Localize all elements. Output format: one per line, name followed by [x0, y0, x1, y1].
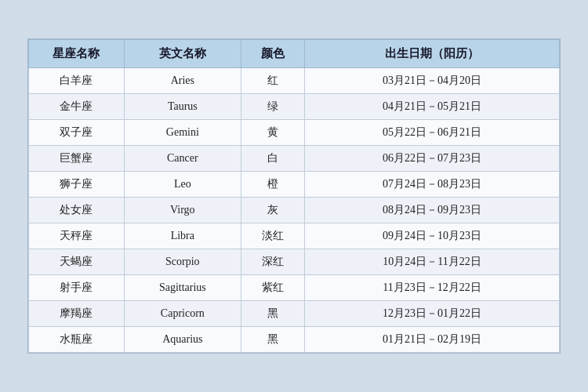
cell-english: Aries — [124, 68, 241, 94]
table-row: 射手座Sagittarius紫红11月23日－12月22日 — [29, 275, 560, 301]
header-english: 英文名称 — [124, 40, 241, 68]
cell-date: 12月23日－01月22日 — [305, 301, 560, 327]
cell-color: 灰 — [241, 198, 304, 223]
cell-chinese: 摩羯座 — [29, 301, 125, 327]
cell-color: 红 — [241, 68, 304, 94]
cell-english: Gemini — [124, 120, 241, 146]
zodiac-table: 星座名称 英文名称 颜色 出生日期（阳历） 白羊座Aries红03月21日－04… — [28, 39, 560, 353]
table-row: 金牛座Taurus绿04月21日－05月21日 — [29, 94, 560, 120]
cell-chinese: 处女座 — [29, 198, 125, 223]
table-row: 双子座Gemini黄05月22日－06月21日 — [29, 120, 560, 146]
table-row: 巨蟹座Cancer白06月22日－07月23日 — [29, 146, 560, 172]
cell-color: 淡红 — [241, 223, 304, 249]
cell-english: Virgo — [124, 198, 241, 223]
table-row: 处女座Virgo灰08月24日－09月23日 — [29, 198, 560, 223]
table-header-row: 星座名称 英文名称 颜色 出生日期（阳历） — [29, 40, 560, 68]
cell-english: Sagittarius — [124, 275, 241, 301]
cell-date: 10月24日－11月22日 — [305, 249, 560, 275]
cell-date: 03月21日－04月20日 — [305, 68, 560, 94]
cell-chinese: 天秤座 — [29, 223, 125, 249]
cell-date: 09月24日－10月23日 — [305, 223, 560, 249]
table-row: 天秤座Libra淡红09月24日－10月23日 — [29, 223, 560, 249]
cell-color: 白 — [241, 146, 304, 172]
cell-chinese: 巨蟹座 — [29, 146, 125, 172]
table-row: 摩羯座Capricorn黑12月23日－01月22日 — [29, 301, 560, 327]
cell-date: 11月23日－12月22日 — [305, 275, 560, 301]
cell-chinese: 天蝎座 — [29, 249, 125, 275]
cell-english: Scorpio — [124, 249, 241, 275]
cell-color: 橙 — [241, 172, 304, 198]
cell-chinese: 水瓶座 — [29, 327, 125, 353]
cell-date: 07月24日－08月23日 — [305, 172, 560, 198]
table-row: 狮子座Leo橙07月24日－08月23日 — [29, 172, 560, 198]
cell-date: 05月22日－06月21日 — [305, 120, 560, 146]
cell-color: 绿 — [241, 94, 304, 120]
table-body: 白羊座Aries红03月21日－04月20日金牛座Taurus绿04月21日－0… — [29, 68, 560, 353]
cell-date: 06月22日－07月23日 — [305, 146, 560, 172]
cell-color: 紫红 — [241, 275, 304, 301]
header-chinese: 星座名称 — [29, 40, 125, 68]
cell-chinese: 金牛座 — [29, 94, 125, 120]
table-row: 水瓶座Aquarius黑01月21日－02月19日 — [29, 327, 560, 353]
cell-chinese: 狮子座 — [29, 172, 125, 198]
cell-english: Taurus — [124, 94, 241, 120]
header-color: 颜色 — [241, 40, 304, 68]
cell-color: 黄 — [241, 120, 304, 146]
cell-english: Leo — [124, 172, 241, 198]
cell-english: Libra — [124, 223, 241, 249]
zodiac-table-container: 星座名称 英文名称 颜色 出生日期（阳历） 白羊座Aries红03月21日－04… — [27, 38, 561, 354]
cell-english: Capricorn — [124, 301, 241, 327]
table-row: 天蝎座Scorpio深红10月24日－11月22日 — [29, 249, 560, 275]
cell-date: 04月21日－05月21日 — [305, 94, 560, 120]
table-row: 白羊座Aries红03月21日－04月20日 — [29, 68, 560, 94]
cell-chinese: 白羊座 — [29, 68, 125, 94]
cell-english: Cancer — [124, 146, 241, 172]
header-date: 出生日期（阳历） — [305, 40, 560, 68]
cell-color: 黑 — [241, 327, 304, 353]
cell-color: 深红 — [241, 249, 304, 275]
cell-chinese: 射手座 — [29, 275, 125, 301]
cell-chinese: 双子座 — [29, 120, 125, 146]
cell-color: 黑 — [241, 301, 304, 327]
cell-date: 08月24日－09月23日 — [305, 198, 560, 223]
cell-date: 01月21日－02月19日 — [305, 327, 560, 353]
cell-english: Aquarius — [124, 327, 241, 353]
